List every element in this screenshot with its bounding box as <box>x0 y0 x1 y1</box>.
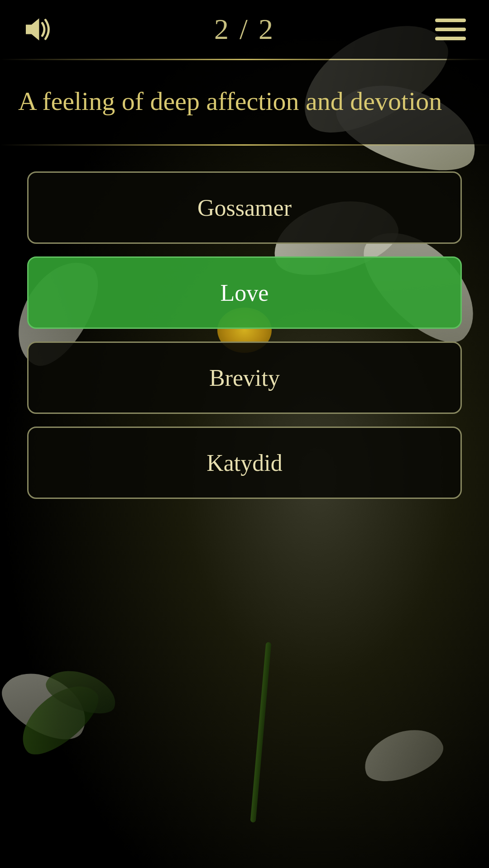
speaker-icon <box>23 14 54 45</box>
menu-line-3 <box>435 37 466 40</box>
svg-marker-0 <box>26 19 39 41</box>
bottom-divider <box>0 144 489 146</box>
definition-text: A feeling of deep affection and devotion <box>18 83 471 119</box>
definition-area: A feeling of deep affection and devotion <box>0 60 489 144</box>
menu-line-1 <box>435 19 466 22</box>
answer-button-2[interactable]: Brevity <box>27 342 462 414</box>
answer-button-0[interactable]: Gossamer <box>27 171 462 244</box>
header: 2 / 2 <box>0 0 489 59</box>
menu-button[interactable] <box>430 9 471 50</box>
page-counter: 2 / 2 <box>214 13 275 46</box>
answer-button-1[interactable]: Love <box>27 256 462 329</box>
answer-button-3[interactable]: Katydid <box>27 427 462 499</box>
answers-area: GossamerLoveBrevityKatydid <box>0 171 489 499</box>
menu-line-2 <box>435 28 466 31</box>
speaker-button[interactable] <box>18 9 59 50</box>
